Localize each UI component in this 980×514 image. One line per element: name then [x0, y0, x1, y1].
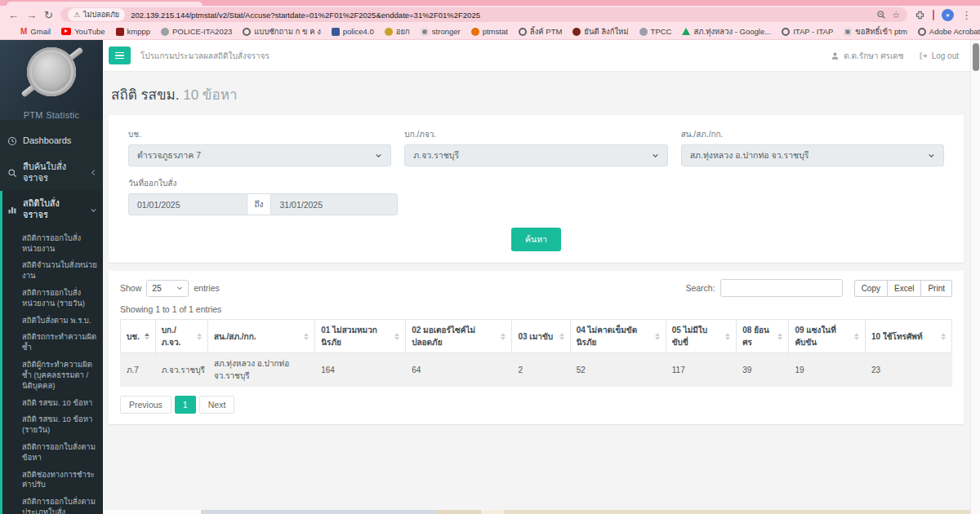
column-header[interactable]: 02 มอเตอร์ไซค์ไม่ปลอดภัย: [406, 320, 512, 353]
submenu-item[interactable]: สถิติการออกใบสั่งตามประเภทใบสั่ง: [2, 494, 103, 514]
bookmark-item[interactable]: ยันดี ลิงก์ใหม่: [572, 25, 628, 38]
submenu-item[interactable]: สถิติใบสั่งตาม พ.ร.บ.: [2, 312, 103, 330]
bookmark-item[interactable]: ITAP - ITAP: [782, 27, 833, 36]
column-header[interactable]: บก./ภ.จว.: [155, 320, 207, 353]
zoom-out-icon[interactable]: [876, 10, 886, 20]
bookmark-item[interactable]: stronger: [421, 27, 461, 36]
chevron-down-icon: [928, 152, 935, 159]
user-menu[interactable]: ด.ต.รักษา ศรเดช: [831, 50, 903, 62]
print-button[interactable]: Print: [920, 280, 952, 297]
submenu-item[interactable]: สถิติจำนวนใบสั่งหน่วยงาน: [2, 257, 103, 285]
bk-label: บก./ภจว.: [404, 128, 667, 140]
sidebar-submenu: สถิติการออกใบสั่งหน่วยงาน สถิติจำนวนใบสั…: [2, 228, 103, 514]
column-header[interactable]: 04 ไม่คาดเข็มขัดนิรภัย: [570, 320, 666, 353]
gmail-icon: M: [20, 27, 27, 36]
sn-select[interactable]: สภ.ทุ่งหลวง อ.ปากท่อ จว.ราชบุรี: [681, 144, 944, 166]
drive-icon: [682, 28, 690, 35]
bookmark-item[interactable]: kmppp: [116, 27, 151, 36]
column-header[interactable]: 03 เมาขับ: [512, 320, 570, 353]
bookmark-item[interactable]: Adobe Acrobat: [918, 27, 980, 36]
extensions-icon[interactable]: [915, 10, 925, 20]
sidebar-item-label: สถิติใบสั่งจราจร: [23, 198, 84, 221]
submenu-item[interactable]: สถิติ รสขม. 10 ข้อหา (รายวัน): [2, 411, 103, 439]
next-page-button[interactable]: Next: [199, 396, 235, 414]
profile-avatar[interactable]: ●: [942, 9, 954, 21]
submenu-item[interactable]: สถิติช่องทางการชำระค่าปรับ: [2, 467, 103, 494]
filter-daterange: วันที่ออกใบสั่ง ถึง: [128, 177, 398, 215]
url-bar[interactable]: ⚠ ไม่ปลอดภัย 202.139.215.144/ptmstat/v2/…: [60, 7, 907, 22]
scrollbar-thumb[interactable]: [973, 43, 979, 71]
search-button[interactable]: ค้นหา: [511, 228, 561, 251]
page-number-button[interactable]: 1: [175, 396, 196, 414]
bookmark-item[interactable]: อยก: [385, 25, 410, 38]
security-chip[interactable]: ⚠ ไม่ปลอดภัย: [68, 8, 125, 21]
page-scrollbar[interactable]: [970, 40, 980, 514]
favicon-icon: [572, 28, 581, 36]
sn-value: สภ.ทุ่งหลวง อ.ปากท่อ จว.ราชบุรี: [690, 148, 809, 162]
favicon-icon: [471, 28, 479, 36]
column-header[interactable]: สน./สภ./กก.: [207, 320, 314, 353]
bookmark-item[interactable]: แบบซักถาม ก ข ค ง: [243, 25, 321, 38]
submenu-item[interactable]: สถิติรถกระทำความผิดซ้ำ: [2, 329, 103, 357]
sort-icon: [941, 333, 946, 340]
submenu-item[interactable]: สถิติการออกใบสั่งหน่วยงาน: [2, 230, 103, 258]
chevron-down-icon: [90, 206, 97, 214]
reload-icon[interactable]: ↻: [44, 10, 53, 20]
forward-icon[interactable]: →: [26, 10, 37, 20]
date-label: วันที่ออกใบสั่ง: [128, 177, 398, 189]
excel-button[interactable]: Excel: [887, 280, 921, 297]
bookmark-item[interactable]: POLICE-ITA2023: [161, 27, 232, 36]
submenu-item[interactable]: สถิติ รสขม. 10 ข้อหา: [2, 395, 103, 412]
table-row[interactable]: ภ.7 ภ.จว.ราชบุรี สภ.ทุ่งหลวง อ.ปากท่อ จว…: [121, 353, 952, 387]
search-icon: [7, 168, 17, 178]
browser-tab[interactable]: [7, 2, 203, 6]
bookmark-label: TPCC: [651, 27, 672, 36]
sidebar-item-dashboards[interactable]: Dashboards: [0, 128, 103, 154]
table-header-row: บช. บก./ภ.จว. สน./สภ./กก. 01 ไม่สวมหมวกน…: [121, 320, 952, 353]
back-icon[interactable]: ←: [8, 10, 19, 20]
bookmark-star-icon[interactable]: ☆: [892, 11, 900, 20]
bookmark-item[interactable]: ลิ้งค์ PTM: [519, 25, 563, 38]
table-search-input[interactable]: [720, 279, 843, 297]
bookmark-item[interactable]: TPCC: [639, 27, 672, 36]
column-header[interactable]: 09 แซงในที่คับขัน: [789, 320, 866, 353]
sidebar-item-stats-tickets[interactable]: สถิติใบสั่งจราจร: [2, 191, 103, 228]
bookmark-item[interactable]: สภ.ทุ่งหลวง - Google...: [682, 25, 771, 38]
submenu-item[interactable]: สถิติผู้กระทำความผิดซ้ำ (บุคคลธรรมดา / น…: [2, 357, 103, 394]
sort-icon: [501, 333, 506, 340]
column-header[interactable]: 01 ไม่สวมหมวกนิรภัย: [315, 320, 406, 353]
search-label: Search:: [685, 283, 715, 293]
bookmark-item[interactable]: MGmail: [20, 27, 51, 36]
sn-label: สน./สภ./กก.: [681, 128, 944, 140]
page-length-select[interactable]: 25: [146, 280, 189, 297]
bookmark-item[interactable]: YouTube: [61, 27, 105, 36]
table-cell: 19: [789, 353, 866, 387]
sidebar-item-search-tickets[interactable]: สืบค้นใบสั่งจราจร: [0, 154, 103, 192]
browser-menu-icon[interactable]: ⋮: [961, 10, 972, 20]
chevron-down-icon: [375, 152, 382, 159]
column-header[interactable]: 10 ใช้โทรศัพท์: [866, 320, 952, 353]
date-to-input[interactable]: [270, 193, 397, 215]
bk-select[interactable]: ภ.จว.ราชบุรี: [404, 144, 667, 166]
bch-select[interactable]: ตำรวจภูธรภาค 7: [128, 144, 391, 166]
filter-bch: บช. ตำรวจภูธรภาค 7: [128, 128, 391, 166]
hamburger-menu-button[interactable]: [109, 47, 131, 64]
sort-icon: [559, 333, 564, 340]
column-header[interactable]: บช.: [121, 320, 156, 353]
bookmark-label: police4.0: [343, 27, 374, 36]
sidebar-item-label: สืบค้นใบสั่งจราจร: [23, 162, 84, 184]
column-header[interactable]: 05 ไม่มีใบขับขี่: [666, 320, 737, 353]
bookmark-item[interactable]: police4.0: [332, 27, 374, 36]
table-cell: 23: [866, 353, 952, 387]
date-from-input[interactable]: [128, 193, 247, 215]
previous-page-button[interactable]: Previous: [120, 396, 172, 414]
submenu-item[interactable]: สถิติการออกใบสั่งตามข้อหา: [2, 439, 103, 467]
youtube-icon: [61, 28, 71, 35]
bookmark-item[interactable]: ขอสิทธิ์เข้า ptm: [844, 25, 907, 38]
column-header[interactable]: 08 ย้อนศร: [737, 320, 789, 353]
copy-button[interactable]: Copy: [854, 280, 888, 297]
bookmark-item[interactable]: ptmstat: [471, 27, 508, 36]
logout-button[interactable]: Log out: [919, 51, 959, 60]
submenu-item[interactable]: สถิติการออกใบสั่งหน่วยงาน (รายวัน): [2, 285, 103, 312]
main-area: โปรแกรมประมวลผลสถิติใบสั่งจราจร ด.ต.รักษ…: [103, 40, 970, 514]
